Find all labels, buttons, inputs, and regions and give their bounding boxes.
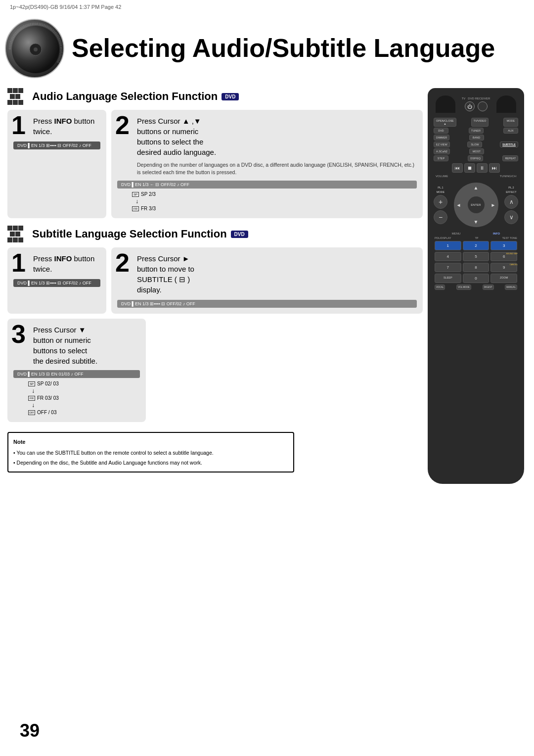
- svg-rect-18: [15, 232, 20, 236]
- num-0-btn[interactable]: 0: [463, 274, 490, 283]
- step-btn[interactable]: STEP: [434, 155, 448, 161]
- vocal-btn[interactable]: VOCAL: [435, 284, 445, 290]
- nav-up-btn[interactable]: ▲: [474, 185, 479, 190]
- zoom-btn[interactable]: ZOOM: [490, 274, 517, 283]
- svg-rect-16: [18, 226, 23, 231]
- num-6-btn[interactable]: 6 SOUND SEP: [490, 252, 517, 261]
- spacer1: [503, 135, 518, 141]
- subtitle-btn[interactable]: SUBTITLE: [500, 142, 518, 147]
- remote-row-1: OPEN/CLOSE▲ TV/VIDEO MODE: [434, 118, 518, 127]
- tv-dvd-label: TV DVD RECEIVER: [462, 97, 490, 100]
- play-pause-btn[interactable]: ⏸: [477, 163, 488, 173]
- audio-steps-row: 1 Press INFO buttontwice. DVD ▌EN 1/3 ⊞▪…: [7, 110, 423, 218]
- tp-label: TP: [475, 236, 478, 239]
- num-1-btn[interactable]: 1: [435, 241, 461, 250]
- audio-step1-content: Press INFO buttontwice.: [33, 116, 100, 137]
- num-3-btn[interactable]: 3: [490, 241, 517, 250]
- remote-row-6: STEP DSP/EQ REPEAT: [434, 155, 518, 161]
- open-close-btn[interactable]: OPEN/CLOSE▲: [434, 118, 456, 127]
- audio-channel-list: SP SP 2/3 ↓ FR FR 3/3: [132, 191, 417, 211]
- logo-circle: 0101010101010101010101010101010101010101…: [5, 19, 64, 78]
- band-btn[interactable]: BAND: [469, 135, 484, 141]
- volume-label: VOLUME: [436, 175, 448, 178]
- digest-btn[interactable]: DIGEST: [483, 284, 494, 290]
- dvd-btn[interactable]: DVD: [434, 128, 448, 134]
- num-4-btn[interactable]: 4: [435, 252, 461, 261]
- test-tone-label: TEST TONE: [502, 236, 517, 239]
- pdl-display-label: PDL/DSPLAY: [435, 236, 451, 239]
- aux-btn[interactable]: AUX: [503, 128, 518, 134]
- prev-btn[interactable]: ⏮: [452, 163, 463, 173]
- audio-step2-box: 2 Press Cursor ▲ ,▼ buttons or numeric b…: [111, 110, 423, 218]
- svg-rect-17: [10, 232, 15, 236]
- repeat-btn[interactable]: REPEAT: [502, 155, 518, 161]
- num-8-btn[interactable]: 8: [463, 263, 490, 272]
- numpad: 1 2 3 4 5 6 SOUND SEP 7 8 9 CANCEL SLEEP…: [435, 241, 517, 283]
- svg-rect-8: [18, 88, 23, 93]
- audio-step2-status-text: DVD ▌EN 1/3 ← ⊟ OFF/02 ♪ OFF: [121, 182, 189, 187]
- audio-step2-statusbar: DVD ▌EN 1/3 ← ⊟ OFF/02 ♪ OFF: [117, 181, 417, 189]
- nav-left-btn[interactable]: ◄: [456, 202, 461, 208]
- nav-right-btn[interactable]: ►: [491, 202, 496, 208]
- remote-top: TV DVD RECEIVER ⏻: [432, 93, 520, 115]
- svg-rect-11: [7, 100, 12, 105]
- mode-btn[interactable]: MODE: [503, 118, 518, 127]
- num-7-btn[interactable]: 7: [435, 263, 461, 272]
- vol-mode-btn[interactable]: VOL MODE: [456, 284, 471, 290]
- sub-off-icon: OFF: [28, 410, 35, 415]
- title-section: 0101010101010101010101010101010101010101…: [0, 14, 534, 83]
- left-side-controls: PL.1 MODE + −: [434, 186, 447, 224]
- remote-row-5: A.SCaN2 MOST: [434, 148, 518, 154]
- slow-btn[interactable]: SLOW: [467, 142, 482, 147]
- dsp-eq-btn[interactable]: DSP/EQ: [468, 155, 483, 161]
- subtitle-step2-content: Press Cursor ► button to move to SUBTITL…: [137, 253, 417, 295]
- tuning-label: TUNING/CH: [500, 175, 516, 178]
- svg-rect-9: [10, 94, 15, 99]
- remote-power-label: TV DVD RECEIVER ⏻: [462, 97, 490, 111]
- vol-tuning-labels: VOLUME TUNING/CH: [436, 175, 516, 178]
- next-btn[interactable]: ⏭: [489, 163, 500, 173]
- pl2-label: PL.2: [508, 186, 514, 189]
- ez-view-btn[interactable]: EZ VIEW: [434, 142, 450, 147]
- subtitle-step2-box: 2 Press Cursor ► button to move to SUBTI…: [111, 247, 423, 314]
- num-2-btn[interactable]: 2: [463, 241, 490, 250]
- nav-area: PL.1 MODE + − ▲ ▼ ◄ ► ENTER: [434, 180, 518, 230]
- cancel-small-label: CANCEL: [510, 263, 518, 266]
- mode-label: MODE: [437, 190, 445, 193]
- audio-step1-number: 1: [11, 112, 26, 138]
- ascan-btn[interactable]: A.SCaN2: [434, 148, 450, 154]
- sp-label: SP 2/3: [141, 191, 156, 197]
- nav-down-btn[interactable]: ▼: [474, 219, 479, 225]
- sub-sp-label: SP 02/ 03: [37, 381, 59, 386]
- subtitle-dvd-badge: DVD: [231, 231, 248, 238]
- audio-section-title: Audio Language Selection Function: [32, 90, 218, 103]
- stop-btn[interactable]: ⏹: [464, 163, 475, 173]
- manual-btn[interactable]: MANUAL: [505, 284, 517, 290]
- subtitle-steps-row: 1 Press INFO buttontwice. DVD ▌EN 1/3 ⊞▪…: [7, 247, 423, 314]
- page-title: Selecting Audio/Subtitle Language: [72, 34, 495, 62]
- most-btn[interactable]: MOST: [469, 148, 484, 154]
- ch-down-btn[interactable]: ∨: [504, 210, 518, 224]
- audio-step1-bold: INFO: [54, 117, 72, 125]
- remote-row-2: DVD TUNER AUX: [434, 128, 518, 134]
- subtitle-step3-text: Press Cursor ▼ button or numeric buttons…: [33, 325, 140, 366]
- sleep-btn[interactable]: SLEEP: [435, 274, 461, 283]
- power-btn-tv[interactable]: ⏻: [465, 101, 475, 111]
- audio-channel-sp: SP SP 2/3: [132, 191, 417, 197]
- vol-up-btn[interactable]: +: [434, 195, 447, 209]
- dimmer-btn[interactable]: DIMMER: [434, 135, 449, 141]
- nav-enter-btn[interactable]: ENTER: [468, 196, 485, 213]
- vol-down-btn[interactable]: −: [434, 210, 447, 224]
- num-5-btn[interactable]: 5: [463, 252, 490, 261]
- power-btn-dvd[interactable]: [478, 101, 488, 111]
- tuner-btn[interactable]: TUNER: [469, 128, 484, 134]
- subtitle-step2-statusbar: DVD ▌EN 1/3 ⊞▪▪▪▪ ⊟ OFF/02 ♪ OFF: [117, 300, 417, 308]
- svg-rect-10: [15, 94, 20, 99]
- num-9-btn[interactable]: 9 CANCEL: [490, 263, 517, 272]
- tv-video-btn[interactable]: TV/VIDEO: [471, 118, 489, 127]
- mode-label-text: MODE: [437, 190, 445, 193]
- subtitle-step3-content: Press Cursor ▼ button or numeric buttons…: [33, 325, 140, 366]
- ch-up-btn[interactable]: ∧: [504, 195, 518, 209]
- audio-step1-status-text: DVD ▌EN 1/3 ⊞▪▪▪▪ ⊟ OFF/02 ♪ OFF: [17, 143, 91, 148]
- audio-section: Audio Language Selection Function DVD 1 …: [7, 88, 423, 218]
